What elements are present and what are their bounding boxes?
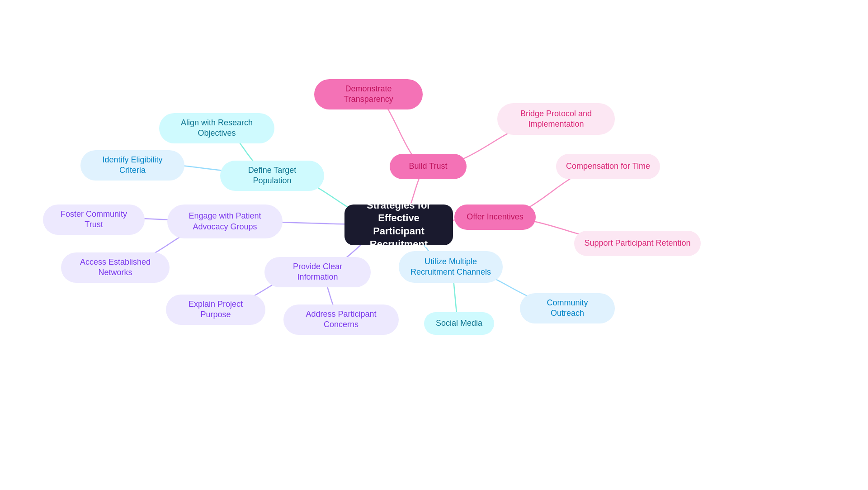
node-social_media: Social Media bbox=[424, 312, 494, 335]
node-utilize_channels: Utilize Multiple Recruitment Channels bbox=[399, 251, 503, 283]
node-compensation: Compensation for Time bbox=[556, 154, 660, 179]
node-define_target: Define Target Population bbox=[220, 161, 324, 191]
node-demonstrate_transparency: Demonstrate Transparency bbox=[314, 79, 423, 109]
node-support_retention: Support Participant Retention bbox=[574, 231, 701, 256]
node-center: Strategies for Effective Participant Rec… bbox=[344, 205, 453, 245]
node-build_trust: Build Trust bbox=[390, 154, 467, 179]
node-identify_eligibility: Identify Eligibility Criteria bbox=[80, 150, 184, 181]
node-offer_incentives: Offer Incentives bbox=[454, 205, 536, 230]
node-align_research: Align with Research Objectives bbox=[159, 113, 274, 143]
node-access_networks: Access Established Networks bbox=[61, 252, 170, 283]
node-provide_clear_info: Provide Clear Information bbox=[264, 257, 371, 287]
node-foster_trust: Foster Community Trust bbox=[43, 205, 145, 235]
node-community_outreach: Community Outreach bbox=[520, 293, 615, 323]
mindmap-container: Strategies for Effective Participant Rec… bbox=[0, 0, 868, 490]
node-address_concerns: Address Participant Concerns bbox=[283, 304, 399, 335]
node-engage_advocacy: Engage with Patient Advocacy Groups bbox=[167, 205, 283, 238]
node-bridge_protocol: Bridge Protocol and Implementation bbox=[497, 103, 615, 135]
node-explain_purpose: Explain Project Purpose bbox=[166, 295, 265, 325]
